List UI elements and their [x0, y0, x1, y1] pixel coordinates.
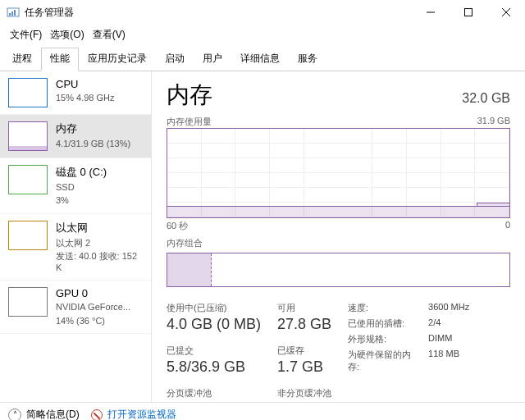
in-use-value: 4.0 GB (0 MB) [167, 316, 261, 333]
available-value: 27.8 GB [277, 316, 331, 333]
tab-processes[interactable]: 进程 [3, 48, 41, 71]
tab-history[interactable]: 应用历史记录 [79, 48, 156, 71]
resource-monitor-label: 打开资源监视器 [107, 408, 176, 420]
titlebar: 任务管理器 [0, 0, 525, 25]
form-value: DIMM [428, 333, 452, 345]
disk-thumb [8, 165, 48, 194]
menu-file[interactable]: 文件(F) [7, 26, 45, 43]
net-name: 以太网 [56, 221, 143, 235]
menu-view[interactable]: 查看(V) [89, 26, 129, 43]
tab-startup[interactable]: 启动 [156, 48, 194, 71]
hwreserved-key: 为硬件保留的内存: [348, 349, 422, 373]
slots-key: 已使用的插槽: [348, 317, 422, 330]
memory-composition-chart [167, 253, 510, 287]
composition-label: 内存组合 [167, 237, 203, 249]
tab-services[interactable]: 服务 [289, 48, 326, 71]
available-label: 可用 [277, 302, 331, 314]
disk-name: 磁盘 0 (C:) [56, 165, 107, 180]
net-sub1: 以太网 2 [56, 237, 143, 249]
sidebar-item-memory[interactable]: 内存 4.1/31.9 GB (13%) [0, 115, 151, 158]
svg-rect-5 [465, 9, 472, 16]
committed-value: 5.8/36.9 GB [167, 358, 261, 376]
net-thumb [8, 221, 48, 250]
net-sub2: 发送: 40.0 接收: 152 K [56, 250, 143, 274]
usage-label: 内存使用量 [167, 116, 212, 128]
brief-info-label: 简略信息(D) [26, 408, 80, 420]
app-icon [7, 6, 20, 19]
gpu-thumb [8, 287, 48, 317]
svg-rect-1 [9, 13, 11, 16]
gpu-name: GPU 0 [56, 287, 130, 299]
close-button[interactable] [487, 0, 525, 25]
tab-performance[interactable]: 性能 [41, 48, 79, 71]
sidebar-item-cpu[interactable]: CPU 15% 4.98 GHz [0, 71, 151, 115]
open-resource-monitor[interactable]: 打开资源监视器 [91, 408, 176, 420]
hardware-details: 速度:3600 MHz 已使用的插槽:2/4 外形规格:DIMM 为硬件保留的内… [348, 302, 469, 402]
speed-key: 速度: [348, 302, 422, 314]
tabbar: 进程 性能 应用历史记录 启动 用户 详细信息 服务 [0, 47, 525, 71]
cpu-sub: 15% 4.98 GHz [56, 92, 115, 103]
usage-max: 31.9 GB [477, 116, 510, 128]
disk-sub1: SSD [56, 181, 107, 193]
memory-name: 内存 [56, 121, 130, 136]
sidebar-item-ethernet[interactable]: 以太网 以太网 2 发送: 40.0 接收: 152 K [0, 214, 151, 281]
sidebar: CPU 15% 4.98 GHz 内存 4.1/31.9 GB (13%) 磁盘… [0, 71, 152, 402]
axis-left: 60 秒 [167, 220, 188, 232]
gpu-sub1: NVIDIA GeForce... [56, 301, 130, 313]
cpu-thumb [8, 78, 48, 107]
menubar: 文件(F) 选项(O) 查看(V) [0, 25, 525, 47]
nonpaged-label: 非分页缓冲池 [277, 387, 331, 399]
nonpaged-value: 381 MB [277, 401, 331, 402]
speed-value: 3600 MHz [428, 302, 469, 314]
hwreserved-value: 118 MB [428, 349, 459, 373]
in-use-label: 使用中(已压缩) [167, 302, 261, 314]
main-panel: 内存 32.0 GB 内存使用量 31.9 GB 60 秒 0 内存组合 使用中… [152, 71, 525, 402]
memory-thumb [8, 121, 48, 151]
disk-sub2: 3% [56, 194, 107, 206]
chevron-up-icon: ˄ [8, 409, 21, 421]
cached-value: 1.7 GB [277, 358, 331, 376]
cached-label: 已缓存 [277, 345, 331, 357]
form-key: 外形规格: [348, 333, 422, 345]
svg-rect-3 [14, 10, 16, 16]
brief-info-toggle[interactable]: ˄ 简略信息(D) [8, 408, 80, 420]
page-title: 内存 [167, 80, 212, 111]
window-title: 任务管理器 [25, 6, 412, 20]
svg-rect-2 [11, 11, 13, 16]
axis-right: 0 [505, 220, 510, 232]
memory-usage-chart [167, 128, 510, 218]
maximize-button[interactable] [450, 0, 487, 25]
tab-users[interactable]: 用户 [194, 48, 231, 71]
sidebar-item-gpu[interactable]: GPU 0 NVIDIA GeForce... 14% (36 °C) [0, 281, 151, 334]
committed-label: 已提交 [167, 345, 261, 357]
capacity: 32.0 GB [462, 91, 510, 106]
sidebar-item-disk[interactable]: 磁盘 0 (C:) SSD 3% [0, 158, 151, 214]
footer: ˄ 简略信息(D) 打开资源监视器 [0, 402, 525, 420]
minimize-button[interactable] [412, 0, 450, 25]
menu-options[interactable]: 选项(O) [47, 26, 87, 43]
tab-details[interactable]: 详细信息 [231, 48, 289, 71]
memory-sub: 4.1/31.9 GB (13%) [56, 138, 130, 149]
slots-value: 2/4 [428, 317, 441, 330]
gpu-sub2: 14% (36 °C) [56, 315, 130, 326]
paged-value: 171 MB [167, 401, 261, 402]
paged-label: 分页缓冲池 [167, 387, 261, 399]
cpu-name: CPU [56, 78, 115, 90]
resource-monitor-icon [91, 409, 103, 421]
